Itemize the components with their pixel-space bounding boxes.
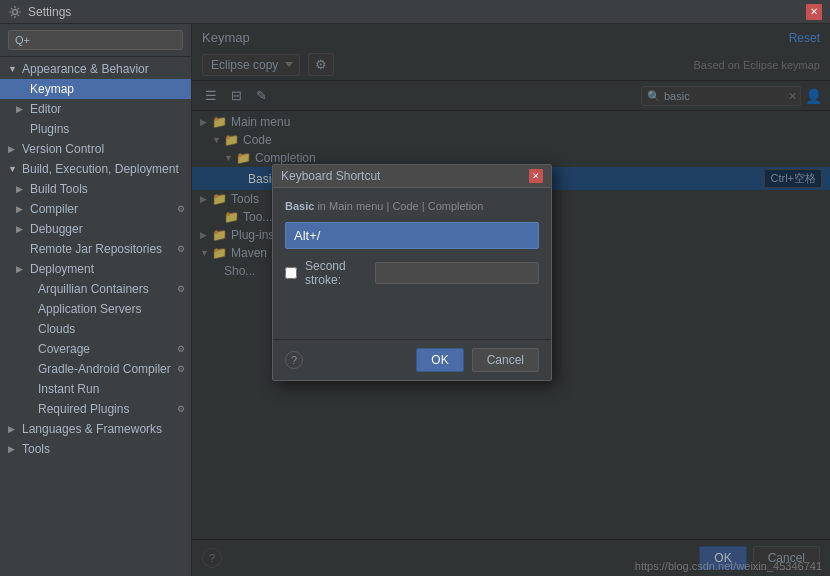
modal-footer: ? OK Cancel xyxy=(273,339,551,380)
sidebar-item-editor[interactable]: ▶ Editor xyxy=(0,99,191,119)
sidebar-item-build-tools[interactable]: ▶ Build Tools xyxy=(0,179,191,199)
sidebar-item-label: Tools xyxy=(22,442,50,456)
chevron-right-icon: ▶ xyxy=(16,184,26,194)
sidebar-item-label: Appearance & Behavior xyxy=(22,62,149,76)
sidebar-item-label: Remote Jar Repositories xyxy=(30,242,162,256)
title-bar: Settings ✕ xyxy=(0,0,830,24)
chevron-right-icon: ▶ xyxy=(8,444,18,454)
sidebar-item-label: Languages & Frameworks xyxy=(22,422,162,436)
sidebar-item-build-execution[interactable]: ▼ Build, Execution, Deployment xyxy=(0,159,191,179)
modal-title: Keyboard Shortcut xyxy=(281,169,380,183)
sidebar-item-label: Editor xyxy=(30,102,61,116)
second-stroke-checkbox[interactable] xyxy=(285,267,297,279)
sidebar-item-label: Arquillian Containers xyxy=(38,282,149,296)
sidebar-tree: ▼ Appearance & Behavior Keymap ▶ Editor … xyxy=(0,57,191,576)
chevron-down-icon: ▼ xyxy=(8,164,18,174)
sidebar-item-label: Build, Execution, Deployment xyxy=(22,162,179,176)
sidebar-item-label: Clouds xyxy=(38,322,75,336)
settings-badge-icon: ⚙ xyxy=(177,204,185,214)
sidebar-search-input[interactable] xyxy=(8,30,183,50)
content-area: Keymap Reset Eclipse copy ⚙ Based on Ecl… xyxy=(192,24,830,576)
sidebar-item-compiler[interactable]: ▶ Compiler ⚙ xyxy=(0,199,191,219)
second-stroke-row: Second stroke: xyxy=(285,259,539,287)
chevron-right-icon: ▶ xyxy=(16,204,26,214)
sidebar-search-box xyxy=(0,24,191,57)
sidebar-item-label: Build Tools xyxy=(30,182,88,196)
sidebar-item-label: Compiler xyxy=(30,202,78,216)
sidebar: ▼ Appearance & Behavior Keymap ▶ Editor … xyxy=(0,24,192,576)
modal-body: Basic in Main menu | Code | Completion S… xyxy=(273,188,551,339)
settings-badge-icon: ⚙ xyxy=(177,284,185,294)
second-stroke-label: Second stroke: xyxy=(305,259,367,287)
sidebar-item-debugger[interactable]: ▶ Debugger xyxy=(0,219,191,239)
chevron-right-icon: ▶ xyxy=(16,104,26,114)
sidebar-item-keymap[interactable]: Keymap xyxy=(0,79,191,99)
settings-badge-icon: ⚙ xyxy=(177,244,185,254)
second-stroke-checkbox-wrap xyxy=(285,267,297,279)
sidebar-item-label: Application Servers xyxy=(38,302,141,316)
sidebar-item-arquillian[interactable]: Arquillian Containers ⚙ xyxy=(0,279,191,299)
first-stroke-input[interactable] xyxy=(285,222,539,249)
settings-badge-icon: ⚙ xyxy=(177,344,185,354)
svg-point-0 xyxy=(13,9,18,14)
sidebar-item-plugins[interactable]: Plugins xyxy=(0,119,191,139)
sidebar-item-gradle-android[interactable]: Gradle-Android Compiler ⚙ xyxy=(0,359,191,379)
sidebar-item-coverage[interactable]: Coverage ⚙ xyxy=(0,339,191,359)
sidebar-item-tools[interactable]: ▶ Tools xyxy=(0,439,191,459)
sidebar-item-label: Required Plugins xyxy=(38,402,129,416)
sidebar-item-languages-frameworks[interactable]: ▶ Languages & Frameworks xyxy=(0,419,191,439)
sidebar-item-label: Keymap xyxy=(30,82,74,96)
chevron-right-icon: ▶ xyxy=(16,264,26,274)
sidebar-item-label: Coverage xyxy=(38,342,90,356)
modal-cancel-button[interactable]: Cancel xyxy=(472,348,539,372)
modal-subtitle: Basic in Main menu | Code | Completion xyxy=(285,200,539,212)
chevron-down-icon: ▼ xyxy=(8,64,18,74)
settings-badge-icon: ⚙ xyxy=(177,364,185,374)
settings-icon xyxy=(8,5,22,19)
sidebar-item-version-control[interactable]: ▶ Version Control xyxy=(0,139,191,159)
title-bar-left: Settings xyxy=(8,5,71,19)
modal-close-button[interactable]: ✕ xyxy=(529,169,543,183)
window-title: Settings xyxy=(28,5,71,19)
modal-ok-button[interactable]: OK xyxy=(416,348,463,372)
sidebar-item-label: Debugger xyxy=(30,222,83,236)
modal-title-bar: Keyboard Shortcut ✕ xyxy=(273,165,551,188)
sidebar-item-label: Gradle-Android Compiler xyxy=(38,362,171,376)
modal-overlay: Keyboard Shortcut ✕ Basic in Main menu |… xyxy=(192,24,830,576)
sidebar-item-label: Deployment xyxy=(30,262,94,276)
sidebar-item-label: Instant Run xyxy=(38,382,99,396)
sidebar-item-clouds[interactable]: Clouds xyxy=(0,319,191,339)
chevron-right-icon: ▶ xyxy=(8,424,18,434)
chevron-right-icon: ▶ xyxy=(8,144,18,154)
keyboard-shortcut-modal: Keyboard Shortcut ✕ Basic in Main menu |… xyxy=(272,164,552,381)
close-button[interactable]: ✕ xyxy=(806,4,822,20)
sidebar-item-deployment[interactable]: ▶ Deployment xyxy=(0,259,191,279)
modal-help-button[interactable]: ? xyxy=(285,351,303,369)
sidebar-item-app-servers[interactable]: Application Servers xyxy=(0,299,191,319)
sidebar-item-instant-run[interactable]: Instant Run xyxy=(0,379,191,399)
sidebar-item-label: Version Control xyxy=(22,142,104,156)
sidebar-item-remote-jar[interactable]: Remote Jar Repositories ⚙ xyxy=(0,239,191,259)
main-layout: ▼ Appearance & Behavior Keymap ▶ Editor … xyxy=(0,24,830,576)
sidebar-item-appearance-behavior[interactable]: ▼ Appearance & Behavior xyxy=(0,59,191,79)
chevron-right-icon: ▶ xyxy=(16,224,26,234)
sidebar-item-required-plugins[interactable]: Required Plugins ⚙ xyxy=(0,399,191,419)
second-stroke-input[interactable] xyxy=(375,262,539,284)
sidebar-item-label: Plugins xyxy=(30,122,69,136)
settings-badge-icon: ⚙ xyxy=(177,404,185,414)
